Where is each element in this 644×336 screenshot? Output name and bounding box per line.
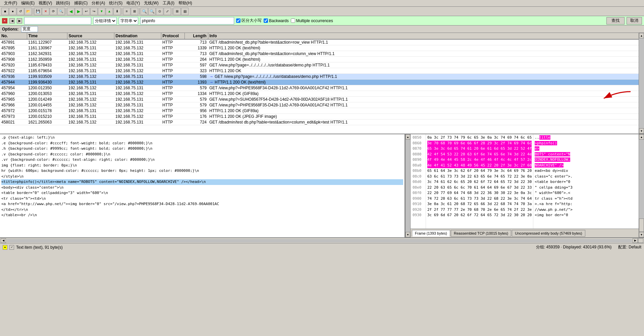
cell-no: 457966 [0,102,27,108]
search-input[interactable]: http [24,17,91,25]
cell-no: 457903 [0,51,27,57]
table-row[interactable]: 457891 1161.122907 192.168.75.132 192.16… [0,39,639,45]
tb-stop[interactable]: ■ [1,8,9,15]
cell-src: 192.168.75.132 [67,102,114,108]
table-row[interactable]: 458021 1621.265063 192.168.75.132 192.16… [0,119,639,125]
cell-no: 457891 [0,39,27,45]
tb-refresh[interactable]: ↺ [17,8,24,15]
table-row[interactable]: 457954 1200.012350 192.168.75.132 192.16… [0,85,639,91]
hex-byte-row: 22 20 77 69 64 74 68 3d 22 36 30 30 22 3… [427,190,532,196]
cell-proto: HTTP [161,114,184,119]
table-row[interactable]: 457960 1200.013053 192.168.75.131 192.16… [0,91,639,97]
search-type-select[interactable]: 分组详情 [93,17,117,25]
cell-src: 192.168.75.131 [67,108,114,114]
search-arrow-right[interactable]: ▶ [17,18,22,23]
backwards-check[interactable]: Backwards [264,18,289,23]
menu-item[interactable]: 捕获(C) [72,0,90,6]
menu-item[interactable]: 跳转(G) [54,0,72,6]
menu-item[interactable]: 视图(V) [37,0,54,6]
left-pane-line: </style>\n [1,174,403,180]
cell-proto: HTTP [161,45,184,51]
table-row[interactable]: 457936 1199.933509 192.168.75.132 192.16… [0,74,639,80]
table-row[interactable]: 457972 1200.015178 192.168.75.131 192.16… [0,108,639,114]
menu-item[interactable]: 无线(W) [142,0,160,6]
cell-len: 956 [184,108,208,114]
tb-resize[interactable]: ⤢ [164,8,171,15]
cell-len: 1393 [184,80,208,85]
hex-byte-row: 3e 0a 3c 61 20 68 72 65 66 3d 22 68 74 7… [427,201,532,207]
tb-grid[interactable]: ⊞ [173,8,181,15]
cell-len: 1339 [184,45,208,51]
cancel-button[interactable]: 取消 [627,17,642,25]
hex-byte-row: 3c 74 61 62 6c 65 20 62 6f 72 64 65 72 3… [427,179,532,185]
cell-info: GET /view.php?page=../../../../../../usr… [208,62,639,68]
cell-time: 1200.013053 [27,91,67,97]
case-sensitive-check[interactable]: 区分大小写 [236,18,262,23]
tb-goto2[interactable]: ↪ [90,8,98,15]
search-close-btn[interactable]: ✕ [2,18,7,23]
cell-time: 1161.122907 [27,39,67,45]
tb-reload[interactable]: ⟳ [50,8,57,15]
tb-close[interactable]: ✕ [42,8,49,15]
tb-rec[interactable]: ● [9,8,16,15]
table-row[interactable]: 457973 1200.015210 192.168.75.131 192.16… [0,114,639,119]
menu-item[interactable]: 分析(A) [90,0,107,6]
cell-src: 192.168.75.131 [67,68,114,74]
menu-item[interactable]: 统计(S) [107,0,124,6]
search-arrow-left[interactable]: ◀ [9,18,15,23]
hex-byte-row: 4e 4f 41 52 43 48 49 56 45 22 20 2f 3e 3… [427,163,532,169]
menu-item[interactable]: 帮助(H) [176,0,194,6]
table-row[interactable]: 457966 1200.014455 192.168.75.132 192.16… [0,102,639,108]
tb-zoom-fit[interactable]: ⊙ [156,8,163,15]
cell-time: 1199.936430 [27,80,67,85]
cell-proto: HTTP [161,74,184,80]
tb-bars[interactable]: ▤ [181,8,189,15]
tb-dl[interactable]: ⬇ [113,8,121,15]
table-row[interactable]: 457908 1162.350959 192.168.75.131 192.16… [0,57,639,62]
table-row[interactable]: 457920 1185.678433 192.168.75.132 192.16… [0,62,639,68]
left-pane-line: .vr {background-color: #cccccc; text-ali… [1,157,403,163]
multiple-occurrences-check[interactable]: Multiple occurrences [291,18,333,23]
hex-offset: 08e0 [413,185,424,191]
menu-item[interactable]: 电话(Y) [124,0,142,6]
hex-bytes: 0a 3c 2f 73 74 79 6c 65 3e 0a 3c 74 69 7… [426,134,533,229]
search-bar: ✕ ◀ ▶ http 分组详情 字符串 区分大小写 Backwards Mult… [0,16,644,26]
cell-src: 192.168.75.132 [67,97,114,102]
table-row[interactable]: 457895 1161.130967 192.168.75.131 192.16… [0,45,639,51]
menu-item[interactable]: 工具(I) [161,0,176,6]
table-row[interactable]: 457922 1185.679654 192.168.75.131 192.16… [0,68,639,74]
cell-no: 457954 [0,85,27,91]
tb-fwd[interactable]: ▶ [75,8,82,15]
tb-up[interactable]: ▲ [106,8,113,15]
cell-dst: 192.168.75.131 [114,97,161,102]
tb-zoom-out[interactable]: 🔍 [148,8,156,15]
menu-item[interactable]: 文件(F) [2,0,19,6]
cell-time: 1185.678433 [27,62,67,68]
find-button[interactable]: 查找 [606,17,625,25]
tb-save[interactable]: 💾 [34,8,42,15]
search-text-input[interactable] [140,17,234,25]
tb-zoom-in[interactable]: 🔍 [141,8,148,15]
hex-offset: 0860 [413,141,424,146]
tb-goto[interactable]: ↩ [83,8,90,15]
bottom-tab[interactable]: Uncompressed entity body (57469 bytes) [512,230,585,237]
cell-proto: HTTP [161,91,184,97]
tb-back[interactable]: ◀ [67,8,74,15]
tb-down[interactable]: ▼ [98,8,105,15]
bottom-tab[interactable]: Reassembled TCP (10015 bytes) [451,230,511,237]
tb-list[interactable]: ≡ [123,8,130,15]
tb-open[interactable]: 📂 [24,8,32,15]
menu-item[interactable]: 编辑(E) [19,0,37,6]
options-width-input[interactable] [21,26,38,32]
tb-search[interactable]: 🔍 [57,8,65,15]
table-row[interactable]: 457965 1200.014249 192.168.75.132 192.16… [0,97,639,102]
bottom-tab[interactable]: Frame (1393 bytes) [412,230,450,237]
hex-offset: 0930 [413,212,424,218]
table-row[interactable]: 457903 1162.342931 192.168.75.132 192.16… [0,51,639,57]
cell-dst: 192.168.75.132 [114,45,161,51]
search-mode-select[interactable]: 字符串 [119,17,138,25]
packet-list-container[interactable]: No. Time Source Destination Protocol Len… [0,33,639,134]
cell-len: 713 [184,39,208,45]
tb-cols[interactable]: ⊞ [131,8,138,15]
table-row[interactable]: 457944 1199.936430 192.168.75.131 192.16… [0,80,639,85]
